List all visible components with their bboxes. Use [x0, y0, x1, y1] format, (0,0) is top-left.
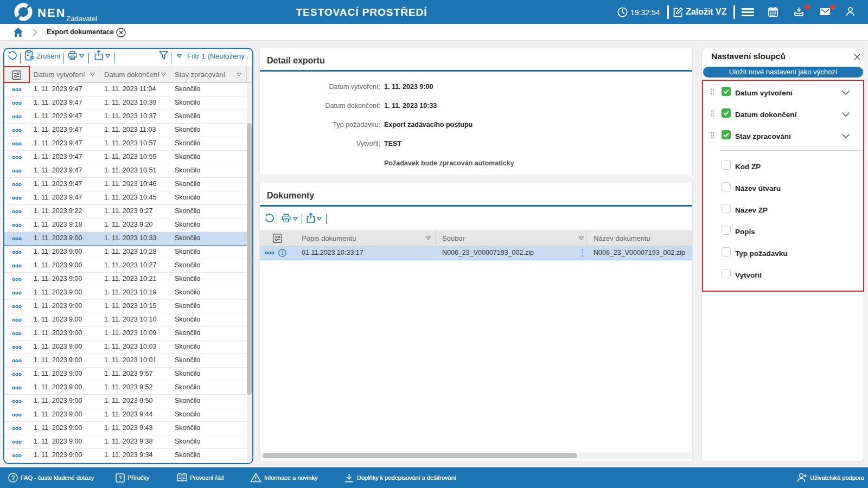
svg-text:?: ?: [119, 475, 122, 481]
svg-text:?: ?: [11, 474, 15, 481]
